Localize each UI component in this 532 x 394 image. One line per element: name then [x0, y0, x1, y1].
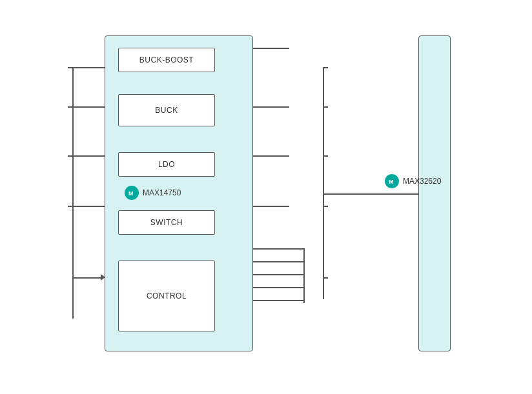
- left-conn-4: [72, 206, 105, 207]
- maxim-logo-14750: M: [125, 186, 139, 200]
- ldo-label: LDO: [158, 160, 175, 169]
- maxim-logo-32620: M: [385, 174, 399, 188]
- right-v-tick-2: [323, 106, 328, 108]
- right-v-tick-3: [323, 155, 328, 157]
- buck-boost-block: BUCK-BOOST: [118, 48, 215, 72]
- buck-boost-label: BUCK-BOOST: [139, 55, 194, 64]
- max32620-logo: M MAX32620: [385, 174, 441, 188]
- right-tick-buck: [284, 106, 289, 108]
- max32620-name: MAX32620: [403, 177, 441, 186]
- right-v-tick-5: [323, 277, 328, 279]
- right-vertical-main: [323, 67, 324, 299]
- right-conn-ctrl-5: [253, 300, 305, 301]
- svg-text:M: M: [389, 179, 394, 185]
- right-conn-ctrl-2: [253, 261, 305, 262]
- right-conn-ctrl-3: [253, 274, 305, 275]
- left-conn-2: [72, 106, 105, 108]
- right-tick-switch: [284, 206, 289, 207]
- control-input-line: [72, 277, 103, 279]
- right-conn-ctrl-1: [253, 248, 305, 250]
- ldo-block: LDO: [118, 152, 215, 177]
- right-tick-buckboost: [284, 48, 289, 49]
- right-v-tick-4: [323, 206, 328, 207]
- control-label: CONTROL: [147, 291, 187, 300]
- svg-text:M: M: [128, 190, 134, 197]
- diagram: BUCK-BOOST BUCK LDO M MAX14750 SWITCH CO…: [0, 0, 532, 394]
- right-conn-ldo: [253, 155, 285, 157]
- max14750-logo: M MAX14750: [125, 186, 181, 200]
- right-conn-switch: [253, 206, 285, 207]
- switch-block: SWITCH: [118, 210, 215, 235]
- buck-block: BUCK: [118, 94, 215, 126]
- h-line-to-max32620: [323, 193, 418, 195]
- switch-label: SWITCH: [150, 218, 183, 227]
- max14750-name: MAX14750: [143, 188, 181, 197]
- right-conn-ctrl-4: [253, 287, 305, 288]
- left-conn-3: [72, 155, 105, 157]
- right-conn-buck: [253, 106, 285, 108]
- right-v-tick-1: [323, 67, 328, 68]
- max32620-outer-block: [418, 35, 451, 351]
- max14750-outer-block: BUCK-BOOST BUCK LDO M MAX14750 SWITCH CO…: [105, 35, 253, 351]
- right-tick-ldo: [284, 155, 289, 157]
- right-vertical-line-ctrl: [303, 248, 305, 303]
- left-conn-1: [72, 67, 105, 68]
- right-conn-buckboost: [253, 48, 285, 49]
- buck-label: BUCK: [155, 106, 178, 115]
- control-block: CONTROL: [118, 261, 215, 331]
- left-vertical-line: [72, 67, 74, 319]
